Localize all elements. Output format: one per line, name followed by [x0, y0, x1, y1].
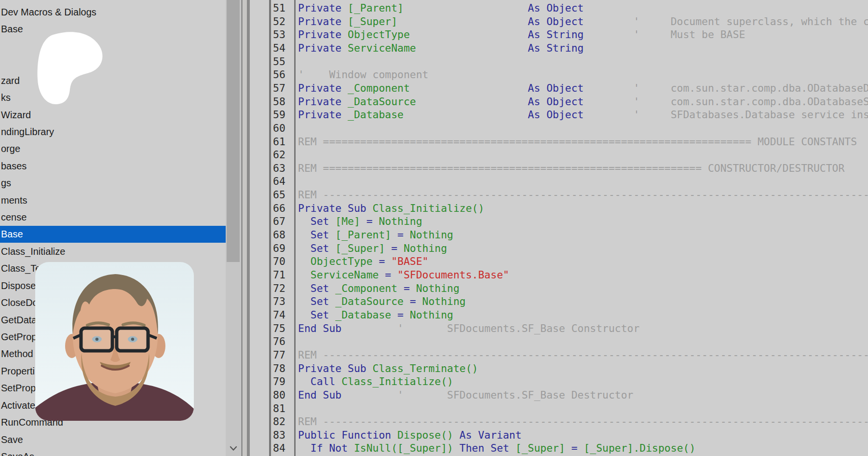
tree-item-base[interactable]: Base [0, 21, 226, 38]
code-segment-com: ' SFDocuments.SF_Base Destructor [341, 389, 633, 401]
code-segment-pl [298, 269, 311, 281]
scroll-down-button[interactable] [226, 442, 241, 456]
tree-item-class-initialize[interactable]: Class_Initialize [0, 243, 226, 260]
code-line-56: ' Window component [298, 68, 428, 82]
code-segment-id: [_Super] [348, 15, 397, 28]
code-segment-kw: = [379, 255, 391, 267]
line-number: 61 [273, 135, 285, 149]
code-segment-id: _DataSource [348, 96, 416, 108]
code-line-52: Private [_Super] As Object ' Document su… [298, 15, 868, 28]
code-segment-kw: As Object [528, 2, 584, 14]
tree-item-label: Activate [1, 400, 35, 411]
tree-item-blank[interactable] [0, 38, 226, 55]
basic-ide-window: { "palette": { "bg": "#cfcfcf", "tree_te… [0, 0, 868, 456]
tree-item-label: ments [1, 195, 27, 206]
line-number: 84 [273, 442, 285, 455]
line-number: 69 [273, 242, 285, 255]
tree-item-label: Base [1, 229, 23, 239]
code-segment-id: Class_Initialize() [341, 375, 453, 387]
code-line-72: Set _Component = Nothing [298, 282, 460, 295]
tree-item-blank[interactable] [0, 55, 226, 72]
code-line-61: REM ====================================… [298, 135, 857, 149]
code-segment-pl [416, 42, 528, 54]
code-line-54: Private ServiceName As String [298, 41, 583, 55]
tree-scrollbar[interactable] [226, 0, 241, 456]
code-line-70: ObjectType = "BASE" [298, 255, 428, 268]
code-segment-pl [298, 442, 311, 454]
line-number: 63 [273, 162, 285, 175]
code-line-65: REM ------------------------------------… [298, 188, 868, 202]
code-line-71: ServiceName = "SFDocuments.Base" [298, 268, 509, 282]
code-segment-kw: = [397, 309, 410, 321]
code-segment-pl [404, 2, 528, 14]
line-number: 52 [273, 15, 285, 28]
tree-item-label: ndingLibrary [1, 126, 54, 137]
tree-item-ments[interactable]: ments [0, 192, 226, 209]
code-segment-kw: = [410, 295, 422, 307]
tree-item-bases[interactable]: bases [0, 158, 226, 175]
code-segment-pl [298, 242, 311, 254]
line-number-gutter[interactable]: 5152535455565758596061626364656667686970… [271, 0, 294, 456]
code-segment-com: ' SFDatabases.Database service instance [583, 109, 868, 121]
code-segment-kw: Private [298, 82, 348, 94]
code-line-63: REM ====================================… [298, 162, 844, 175]
code-segment-id: [_Parent] [348, 2, 404, 14]
code-segment-com: REM ====================================… [298, 162, 844, 174]
code-line-75: End Sub ' SFDocuments.SF_Base Constructo… [298, 322, 639, 335]
tree-item-wizard[interactable]: Wizard [0, 107, 226, 124]
code-segment-id: Nothing [379, 215, 422, 227]
code-segment-kw: = [404, 282, 416, 294]
tree-scrollbar-thumb[interactable] [227, 0, 240, 262]
tree-item-zard[interactable]: zard [0, 72, 226, 89]
code-segment-pl [397, 15, 528, 28]
tree-item-gs[interactable]: gs [0, 175, 226, 192]
code-segment-id: [Me] [335, 215, 366, 227]
tree-item-save[interactable]: Save [0, 431, 226, 448]
tree-item-orge[interactable]: orge [0, 140, 226, 157]
code-segment-com: ' Must be BASE [583, 28, 745, 41]
line-number: 53 [273, 28, 285, 41]
line-number: 82 [273, 415, 285, 428]
tree-item-label: Dispose [1, 280, 36, 291]
tree-item-ndinglibrary[interactable]: ndingLibrary [0, 124, 226, 140]
code-segment-id: ObjectType [311, 255, 379, 267]
tree-item-dev-macros-dialogs[interactable]: Dev Macros & Dialogs [0, 4, 226, 21]
code-segment-id: ObjectType [348, 28, 410, 41]
tree-item-saveas[interactable]: SaveAs [0, 448, 226, 456]
code-segment-id: Nothing [416, 282, 460, 294]
code-segment-id: [_Parent] [335, 229, 397, 241]
code-segment-kw: Set [311, 309, 336, 321]
tree-item-ks[interactable]: ks [0, 89, 226, 106]
line-number: 55 [273, 55, 285, 69]
code-segment-id: _Component [348, 82, 410, 94]
code-segment-kw: As String [528, 42, 584, 54]
line-number: 72 [273, 282, 285, 295]
code-segment-id: ServiceName [348, 42, 416, 54]
code-segment-pl [298, 255, 311, 267]
code-segment-kw: Private [298, 109, 348, 121]
tree-item-label: Wizard [1, 110, 31, 120]
code-segment-kw: = [391, 242, 404, 254]
code-segment-pl [298, 229, 311, 241]
code-line-57: Private _Component As Object ' com.sun.s… [298, 82, 868, 95]
code-segment-str: "SFDocuments.Base" [397, 269, 509, 281]
code-segment-pl [416, 96, 528, 108]
code-segment-str: "BASE" [391, 255, 428, 267]
tree-item-label: Dev Macros & Dialogs [1, 7, 96, 17]
code-segment-kw: Private [298, 28, 348, 41]
tree-item-label: ks [1, 92, 11, 103]
code-segment-id: IsNull([_Super]) [354, 442, 453, 454]
code-editor[interactable]: Private [_Parent] As ObjectPrivate [_Sup… [296, 0, 868, 456]
line-number: 64 [273, 175, 285, 188]
line-number: 58 [273, 95, 285, 109]
tree-item-base[interactable]: Base [0, 226, 226, 243]
tree-item-cense[interactable]: cense [0, 209, 226, 226]
tree-item-label: Properti [1, 366, 35, 376]
code-segment-com: REM ------------------------------------… [298, 349, 868, 361]
tree-item-label: Class_Initialize [1, 246, 65, 257]
tree-item-label: gs [1, 178, 11, 188]
code-segment-kw: = [571, 442, 584, 454]
code-segment-kw: As Object [528, 82, 584, 94]
panel-splitter[interactable] [241, 0, 271, 456]
tree-item-label: Method [1, 348, 33, 359]
